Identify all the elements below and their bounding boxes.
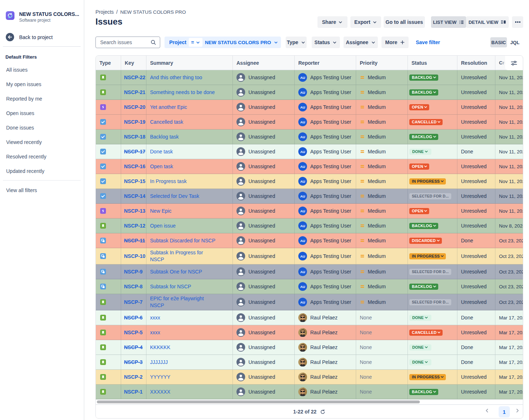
svg-text:AU: AU xyxy=(300,300,305,304)
svg-text:AU: AU xyxy=(300,135,305,139)
svg-text:AU: AU xyxy=(300,239,305,243)
svg-text:AU: AU xyxy=(300,150,305,154)
svg-text:AU: AU xyxy=(300,224,305,228)
svg-text:AU: AU xyxy=(300,105,305,109)
svg-text:AU: AU xyxy=(300,270,305,274)
svg-text:AU: AU xyxy=(300,285,305,289)
svg-text:AU: AU xyxy=(300,194,305,198)
svg-text:AU: AU xyxy=(300,90,305,94)
svg-text:AU: AU xyxy=(300,165,305,169)
svg-text:AU: AU xyxy=(300,179,305,183)
svg-text:AU: AU xyxy=(300,209,305,213)
svg-text:AU: AU xyxy=(300,254,305,258)
svg-text:AU: AU xyxy=(300,76,305,80)
svg-text:AU: AU xyxy=(300,120,305,124)
